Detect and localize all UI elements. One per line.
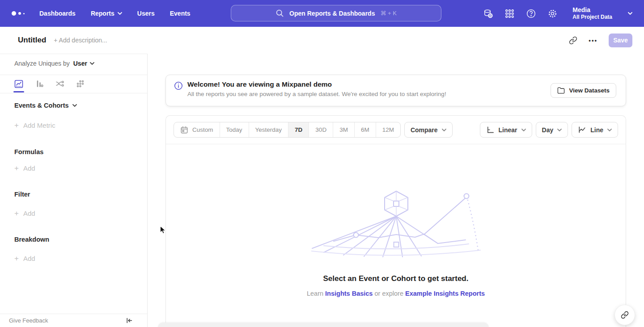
range-custom[interactable]: Custom xyxy=(174,122,220,137)
copy-link-icon[interactable] xyxy=(569,36,577,45)
analyze-by-dropdown[interactable]: User xyxy=(73,60,94,67)
tab-bar-chart[interactable] xyxy=(34,79,45,89)
range-6m[interactable]: 6M xyxy=(354,122,376,137)
chart-type-dropdown[interactable]: Line xyxy=(572,122,618,138)
tab-metrics-grid[interactable] xyxy=(75,79,86,89)
range-12m[interactable]: 12M xyxy=(376,122,400,137)
banner-text: Welcome! You are viewing a Mixpanel demo… xyxy=(187,75,446,97)
project-switcher[interactable]: Media All Project Data xyxy=(572,6,612,21)
plus-icon: + xyxy=(14,210,19,217)
chevron-down-icon xyxy=(72,104,77,107)
range-today[interactable]: Today xyxy=(220,122,249,137)
help-icon[interactable] xyxy=(526,8,536,19)
report-header-actions: ••• Save xyxy=(569,34,632,47)
top-nav: Dashboards Reports Users Events Open Rep… xyxy=(0,0,644,27)
nav-reports-label: Reports xyxy=(91,10,114,17)
compare-dropdown[interactable]: Compare xyxy=(404,122,453,138)
nav-reports[interactable]: Reports xyxy=(91,10,122,17)
more-options-icon[interactable]: ••• xyxy=(589,37,597,44)
query-sidebar: Analyze Uniques by User xyxy=(0,54,148,327)
events-cohorts-section[interactable]: Events & Cohorts xyxy=(14,102,77,109)
range-custom-label: Custom xyxy=(192,126,213,133)
range-30d[interactable]: 30D xyxy=(309,122,333,137)
empty-state-illustration xyxy=(311,190,481,257)
top-nav-right: Media All Project Data xyxy=(483,6,632,21)
active-tab-indicator xyxy=(13,91,24,92)
chevron-down-icon xyxy=(607,129,612,131)
apps-grid-icon[interactable] xyxy=(504,8,515,19)
add-filter-button[interactable]: + Add xyxy=(14,210,35,217)
range-30d-label: 30D xyxy=(315,126,326,133)
range-7d[interactable]: 7D xyxy=(288,122,309,137)
add-formula-label: Add xyxy=(23,164,35,172)
chart-type-label: Line xyxy=(590,126,603,134)
filter-title: Filter xyxy=(14,191,30,198)
range-3m-label: 3M xyxy=(339,126,348,133)
insights-basics-link[interactable]: Insights Basics xyxy=(325,290,373,297)
nav-dashboards[interactable]: Dashboards xyxy=(39,10,76,17)
collapse-sidebar-icon[interactable] xyxy=(125,317,133,324)
results-table-peek[interactable] xyxy=(158,323,489,327)
formulas-section: Formulas xyxy=(14,148,43,155)
save-button[interactable]: Save xyxy=(609,34,632,47)
nav-users[interactable]: Users xyxy=(137,10,155,17)
add-breakdown-label: Add xyxy=(23,255,35,262)
add-metric-button[interactable]: + Add Metric xyxy=(14,122,55,129)
empty-state-subtitle: Learn Insights Basics or explore Example… xyxy=(166,290,626,297)
breakdown-section: Breakdown xyxy=(14,236,49,243)
report-header: Untitled + Add description... ••• Save xyxy=(0,27,644,54)
add-breakdown-button[interactable]: + Add xyxy=(14,255,35,262)
add-formula-button[interactable]: + Add xyxy=(14,164,35,172)
report-card: Custom Today Yesterday 7D 30D 3M 6M 12M … xyxy=(165,115,626,327)
share-link-fab[interactable] xyxy=(614,305,635,325)
metrics-grid-icon xyxy=(76,79,85,89)
interval-dropdown[interactable]: Day xyxy=(536,122,568,138)
flow-chart-icon xyxy=(55,79,65,89)
give-feedback-link[interactable]: Give Feedback xyxy=(9,317,48,324)
range-3m[interactable]: 3M xyxy=(333,122,354,137)
example-reports-link[interactable]: Example Insights Reports xyxy=(405,290,485,297)
chart-display-controls: Linear Day Line xyxy=(480,122,618,138)
global-search[interactable]: Open Reports & Dashboards ⌘ + K xyxy=(231,5,441,21)
add-filter-label: Add xyxy=(23,210,35,217)
data-management-icon[interactable] xyxy=(483,8,493,19)
nav-events[interactable]: Events xyxy=(170,10,191,17)
tab-line-chart[interactable] xyxy=(13,79,24,89)
range-6m-label: 6M xyxy=(361,126,369,133)
empty-state-title: Select an Event or Cohort to get started… xyxy=(166,274,626,283)
chart-toolbar: Custom Today Yesterday 7D 30D 3M 6M 12M … xyxy=(166,116,626,144)
scale-label: Linear xyxy=(499,126,517,134)
chevron-down-icon xyxy=(521,129,526,131)
search-icon xyxy=(275,9,284,17)
nav-dashboards-label: Dashboards xyxy=(39,10,76,17)
view-datasets-button[interactable]: View Datasets xyxy=(551,83,616,98)
add-metric-label: Add Metric xyxy=(23,122,55,129)
nav-events-label: Events xyxy=(170,10,191,17)
search-placeholder: Open Reports & Dashboards xyxy=(289,10,375,17)
range-today-label: Today xyxy=(226,126,242,133)
bar-chart-icon xyxy=(34,79,44,89)
analyze-by-value: User xyxy=(73,60,87,67)
linear-axis-icon xyxy=(486,126,495,134)
learn-prefix: Learn xyxy=(307,290,323,297)
nav-users-label: Users xyxy=(137,10,155,17)
banner-title: Welcome! You are viewing a Mixpanel demo xyxy=(187,80,446,88)
tab-flow-chart[interactable] xyxy=(55,79,65,89)
range-12m-label: 12M xyxy=(382,126,394,133)
range-7d-label: 7D xyxy=(295,126,302,133)
scale-dropdown[interactable]: Linear xyxy=(480,122,532,138)
report-description-placeholder[interactable]: + Add description... xyxy=(54,37,107,44)
mixpanel-logo-icon[interactable] xyxy=(12,11,27,16)
date-range-control: Custom Today Yesterday 7D 30D 3M 6M 12M xyxy=(174,122,401,138)
info-icon xyxy=(174,81,183,90)
divider xyxy=(0,93,147,93)
report-title[interactable]: Untitled xyxy=(18,36,46,45)
plus-icon: + xyxy=(14,122,19,129)
settings-gear-icon[interactable] xyxy=(547,8,558,19)
events-cohorts-title: Events & Cohorts xyxy=(14,102,69,109)
formulas-title: Formulas xyxy=(14,148,43,155)
link-icon xyxy=(621,311,629,319)
range-yesterday[interactable]: Yesterday xyxy=(249,122,288,137)
chevron-down-icon[interactable] xyxy=(628,12,632,15)
range-yesterday-label: Yesterday xyxy=(255,126,282,133)
